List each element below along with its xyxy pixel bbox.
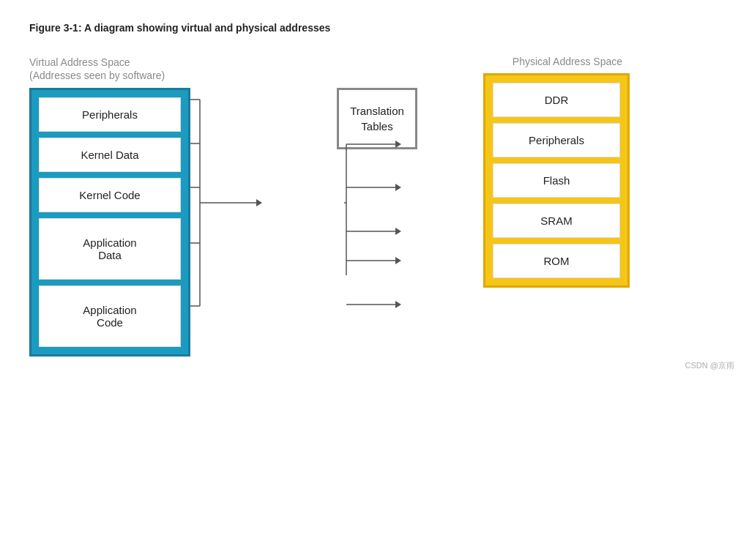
pas-item-ddr: DDR [493,83,620,117]
vas-item-app-data: ApplicationData [39,218,181,280]
vas-item-app-code: ApplicationCode [39,285,181,347]
translation-tables-box: Translation Tables [337,88,417,149]
physical-address-box: DDR Peripherals Flash SRAM ROM [483,73,630,288]
watermark: CSDN @京雨 [685,360,734,371]
pas-item-flash: Flash [493,163,620,198]
vas-item-peripherals: Peripherals [39,97,181,132]
pas-item-rom: ROM [493,244,620,278]
virtual-address-section: Virtual Address Space (Addresses seen by… [29,56,190,356]
figure-title: Figure 3-1: A diagram showing virtual an… [29,22,720,34]
main-container: Figure 3-1: A diagram showing virtual an… [0,0,749,378]
pas-label: Physical Address Space [513,56,630,67]
vas-item-kernel-data: Kernel Data [39,138,181,172]
physical-address-section: Physical Address Space DDR Peripherals F… [483,56,630,288]
vas-item-kernel-code: Kernel Code [39,178,181,212]
virtual-address-box: Peripherals Kernel Data Kernel Code Appl… [29,88,190,356]
pas-item-sram: SRAM [493,204,620,238]
pas-item-peripherals: Peripherals [493,123,620,157]
vas-label: Virtual Address Space (Addresses seen by… [29,56,165,82]
translation-wrapper: Translation Tables [337,88,417,149]
diagram: Virtual Address Space (Addresses seen by… [29,56,630,356]
